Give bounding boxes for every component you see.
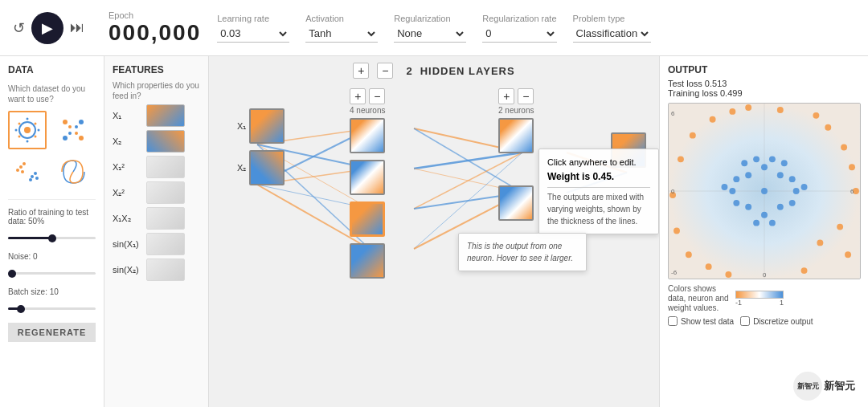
svg-point-5 [35,136,37,138]
svg-point-73 [793,188,800,194]
svg-point-70 [745,204,751,210]
layer1-container: + − 4 neurons [350,88,385,279]
svg-point-48 [710,116,716,123]
colorbar-min: -1 [735,299,742,307]
svg-point-58 [725,271,731,278]
svg-point-4 [18,136,21,138]
epoch-label: Epoch [108,10,201,20]
dataset-spiral[interactable] [54,153,92,191]
svg-point-14 [68,125,72,128]
svg-point-87 [781,160,788,166]
scatter-plot: 0 0 6 6 -6 [668,103,861,279]
feature-sinx1-label: sin(X₁) [113,239,141,250]
layer1-neuron-3[interactable] [350,201,385,237]
feature-x1x2-label: X₁X₂ [113,214,141,224]
discretize-output-checkbox[interactable] [740,316,750,326]
show-test-data-label[interactable]: Show test data [668,316,734,326]
svg-text:0: 0 [763,271,767,279]
main-area: DATA Which dataset do you want to use? [0,56,868,407]
learning-rate-select[interactable]: 0.030.010.1 [217,25,289,43]
feature-x2-thumb [146,130,185,153]
input-x2-label: X₂ [237,163,246,173]
activation-select[interactable]: TanhReLUSigmoid [305,25,378,43]
feature-x1sq[interactable]: X₁² [113,156,200,178]
scatter-svg: 0 0 6 6 -6 [669,104,860,279]
dataset-circle[interactable] [8,111,47,149]
svg-point-63 [745,104,751,111]
discretize-output-label[interactable]: Discretize output [740,316,813,326]
layer1-neuron-4[interactable] [350,243,385,279]
feature-x1x2[interactable]: X₁X₂ [113,207,200,230]
svg-point-75 [761,212,768,218]
svg-point-19 [23,162,26,165]
dataset-xor[interactable] [54,111,92,149]
svg-point-51 [825,124,831,131]
svg-point-69 [777,172,784,178]
input-x1-label: X₁ [237,121,246,132]
discretize-output-text: Discretize output [753,317,813,326]
feature-x2sq[interactable]: X₂² [113,181,200,204]
feature-x1[interactable]: X₁ [113,104,200,127]
problem-type-select[interactable]: ClassificationRegression [573,25,651,43]
layer2-neurons-label: 2 neurons [498,106,534,115]
reg-rate-select[interactable]: 00.0010.01 [482,25,556,43]
test-loss: Test loss 0.513 [668,79,860,88]
feature-sinx1[interactable]: sin(X₁) [113,233,200,255]
features-subtitle: Which properties do you feed in? [113,80,200,101]
regenerate-button[interactable]: REGENERATE [8,323,96,342]
regularization-group: Regularization NoneL1L2 [394,14,466,43]
noise-slider-thumb[interactable] [8,270,16,278]
hidden-layers-label: HIDDEN LAYERS [420,65,515,77]
colorbar-row: Colors shows data, neuron and weight val… [668,284,860,313]
svg-point-50 [678,156,684,162]
feature-x2[interactable]: X₂ [113,130,200,153]
show-test-data-checkbox[interactable] [668,316,678,326]
svg-point-54 [849,164,855,170]
dataset-gaussian[interactable] [8,153,47,191]
tooltip-outputs-text: The outputs are mixed with varying weigh… [547,191,650,227]
svg-text:6: 6 [671,110,675,117]
svg-point-12 [79,120,84,124]
hidden-layers-count: 2 [406,65,411,77]
regularization-select[interactable]: NoneL1L2 [394,25,466,43]
layer1-neuron-1[interactable] [350,118,385,153]
layer2-add-neuron[interactable]: + [498,88,514,104]
colorbar-max: 1 [780,299,784,307]
step-button[interactable]: ⏭ [70,19,84,36]
dataset-grid [8,111,96,191]
svg-text:0: 0 [671,188,675,195]
layer1-remove-neuron[interactable]: − [369,88,385,104]
input-x2-neuron[interactable] [249,150,285,185]
feature-x1-thumb [146,104,185,127]
ratio-slider-thumb[interactable] [48,234,56,242]
features-title: FEATURES [113,64,200,75]
epoch-block: Epoch 000,000 [108,10,201,46]
add-layer-button[interactable]: + [353,63,369,79]
reset-button[interactable]: ↺ [13,19,25,37]
layer1-add-neuron[interactable]: + [350,88,366,104]
play-button[interactable]: ▶ [31,12,63,44]
layer2-remove-neuron[interactable]: − [518,88,534,104]
layer2-neuron-2[interactable] [498,185,534,221]
layer2-neuron-1[interactable] [498,118,534,153]
noise-slider-track [8,272,96,275]
layer1-neurons-label: 4 neurons [350,106,385,115]
svg-text:6: 6 [850,188,854,195]
svg-point-21 [21,170,24,173]
input-nodes: X₁ X₂ [237,108,285,185]
colorbar-labels: -1 1 [735,299,784,307]
svg-point-85 [801,184,808,190]
svg-point-74 [761,164,768,170]
data-panel: DATA Which dataset do you want to use? [0,56,104,407]
layer1-neuron-2[interactable] [350,160,385,195]
weight-tooltip: Click anywhere to edit. Weight is 0.45. … [538,149,659,234]
feature-x1-label: X₁ [113,111,141,121]
svg-point-3 [35,123,37,125]
svg-point-20 [16,169,19,172]
output-title: OUTPUT [668,64,860,75]
batch-slider-thumb[interactable] [17,305,25,313]
feature-sinx2[interactable]: sin(X₂) [113,258,200,281]
remove-layer-button[interactable]: − [377,63,393,79]
reg-rate-label: Regularization rate [482,14,556,23]
input-x1-neuron[interactable] [249,108,285,144]
